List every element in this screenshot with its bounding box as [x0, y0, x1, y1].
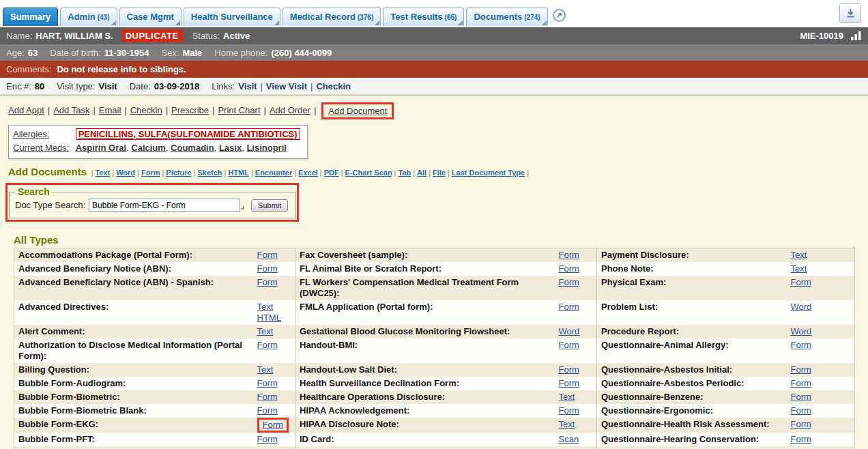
doc-link-html[interactable]: HTML: [257, 313, 281, 323]
popout-icon[interactable]: ↗: [553, 9, 566, 22]
doc-link-form[interactable]: Form: [257, 392, 278, 402]
download-button[interactable]: [839, 3, 861, 23]
chart-icon[interactable]: [850, 31, 862, 41]
separator: |: [429, 169, 431, 177]
action-add-order[interactable]: Add Order: [270, 105, 310, 115]
doc-link-word[interactable]: Word: [559, 326, 580, 336]
med-link-coumadin[interactable]: Coumadin: [171, 143, 214, 153]
doc-link-form[interactable]: Form: [559, 263, 579, 274]
tab-admin[interactable]: Admin(43): [60, 8, 117, 26]
annotation-box-search: Search Doc Type Search: Submit: [5, 183, 299, 222]
doc-link-form[interactable]: Form: [559, 405, 579, 416]
action-checkin[interactable]: Checkin: [130, 105, 162, 115]
med-link-lisinopril[interactable]: Lisinopril: [246, 143, 287, 153]
doc-type-link-file[interactable]: File: [433, 169, 446, 177]
doc-link-form[interactable]: Form: [559, 340, 579, 350]
doc-link-cell: Form: [253, 248, 295, 263]
doc-link-cell: Form: [253, 390, 295, 404]
doc-type-link-tab[interactable]: Tab: [398, 169, 411, 177]
doc-type-search-input[interactable]: [89, 199, 240, 212]
doc-link-form[interactable]: Form: [559, 364, 579, 375]
doc-link-form[interactable]: Form: [559, 302, 579, 312]
doc-link-form[interactable]: Form: [559, 378, 579, 388]
doc-link-form[interactable]: Form: [791, 378, 811, 388]
tab-dropdown-caret-icon[interactable]: [375, 20, 379, 25]
doc-link-form[interactable]: Form: [257, 263, 278, 274]
tab-dropdown-caret-icon[interactable]: [542, 20, 547, 25]
doc-link-form[interactable]: Form: [257, 378, 278, 388]
doc-link-text[interactable]: Text: [791, 263, 807, 274]
tab-dropdown-caret-icon[interactable]: [111, 20, 116, 25]
doc-link-form[interactable]: Form: [791, 277, 811, 287]
doc-link-text[interactable]: Text: [559, 392, 575, 402]
doc-type-link-html[interactable]: HTML: [228, 169, 249, 177]
tab-label: Medical Record: [290, 12, 356, 22]
doc-type-link-encounter[interactable]: Encounter: [255, 169, 292, 177]
doc-type-link-all[interactable]: All: [417, 169, 426, 177]
tab-summary[interactable]: Summary: [3, 8, 58, 26]
doc-type-link-sketch[interactable]: Sketch: [197, 169, 222, 177]
doc-type-link-form[interactable]: Form: [141, 169, 160, 177]
tab-dropdown-caret-icon[interactable]: [175, 20, 180, 25]
doc-type-label: Problem List:: [597, 300, 787, 325]
allergies-link[interactable]: Allergies:: [13, 128, 73, 141]
doc-type-link-excel[interactable]: Excel: [298, 169, 318, 177]
doc-link-text[interactable]: Text: [257, 302, 274, 312]
doc-type-link-picture[interactable]: Picture: [166, 169, 191, 177]
encounter-link-checkin[interactable]: Checkin: [316, 81, 351, 91]
tab-health-surveillance[interactable]: Health Surveillance: [184, 8, 280, 26]
tab-documents[interactable]: Documents(274): [466, 8, 547, 26]
doc-type-link-word[interactable]: Word: [116, 169, 135, 177]
doc-link-form[interactable]: Form: [791, 364, 811, 375]
submit-button[interactable]: Submit: [251, 199, 288, 212]
tab-dropdown-caret-icon[interactable]: [458, 20, 463, 25]
doc-link-text[interactable]: Text: [257, 326, 274, 336]
doc-link-form[interactable]: Form: [257, 340, 278, 350]
doc-link-text[interactable]: Text: [791, 250, 807, 260]
action-print-chart[interactable]: Print Chart: [218, 105, 260, 115]
tab-medical-record[interactable]: Medical Record(376): [283, 8, 381, 26]
patient-mrn: MIE-10019: [800, 31, 843, 41]
action-add-document[interactable]: Add Document: [328, 106, 387, 116]
action-add-task[interactable]: Add Task: [53, 105, 89, 115]
doc-link-form[interactable]: Form: [791, 419, 811, 429]
doc-link-word[interactable]: Word: [791, 302, 812, 312]
tab-label: Summary: [10, 12, 50, 22]
doc-type-link-e-chart-scan[interactable]: E-Chart Scan: [345, 169, 392, 177]
doc-link-form[interactable]: Form: [257, 250, 278, 260]
doc-type-link-pdf[interactable]: PDF: [324, 169, 339, 177]
med-link-lasix[interactable]: Lasix: [219, 143, 242, 153]
allergy-value-link[interactable]: PENICILLINS, SULFA(SULFONAMIDE ANTIBIOTI…: [76, 128, 300, 140]
encounter-link-visit[interactable]: Visit: [238, 81, 257, 91]
tab-count: (274): [524, 14, 540, 21]
doc-link-text[interactable]: Text: [257, 364, 274, 375]
doc-link-form[interactable]: Form: [257, 434, 278, 444]
action-add-appt[interactable]: Add Appt: [8, 105, 44, 115]
med-link-aspirin-oral[interactable]: Aspirin Oral: [76, 143, 126, 153]
doc-link-text[interactable]: Text: [559, 419, 575, 429]
tab-test-results[interactable]: Test Results(65): [383, 8, 464, 26]
doc-link-form[interactable]: Form: [791, 392, 811, 402]
doc-link-form[interactable]: Form: [559, 277, 579, 287]
action-prescribe[interactable]: Prescribe: [171, 105, 209, 115]
doc-link-form[interactable]: Form: [791, 434, 811, 444]
doc-link-form[interactable]: Form: [263, 420, 283, 430]
doc-link-form[interactable]: Form: [791, 340, 811, 350]
doc-link-form[interactable]: Form: [257, 277, 278, 287]
doc-link-form[interactable]: Form: [559, 250, 579, 260]
encounter-link-view-visit[interactable]: View Visit: [266, 81, 307, 91]
tab-case-mgmt[interactable]: Case Mgmt: [119, 8, 182, 26]
doc-type-link-text[interactable]: Text: [96, 169, 111, 177]
doc-link-cell: Form: [555, 276, 597, 300]
med-link-calcium[interactable]: Calcium: [131, 143, 166, 153]
doc-link-word[interactable]: Word: [791, 326, 812, 336]
doc-link-form[interactable]: Form: [791, 405, 811, 416]
current-meds-link[interactable]: Current Meds:: [13, 141, 73, 155]
doc-link-scan[interactable]: Scan: [559, 434, 579, 444]
doc-type-label: Questionnaire-Benzene:: [597, 390, 787, 404]
tab-bar: SummaryAdmin(43)Case MgmtHealth Surveill…: [0, 0, 868, 27]
tab-dropdown-caret-icon[interactable]: [274, 20, 279, 25]
doc-type-link-last-document-type[interactable]: Last Document Type: [452, 169, 525, 177]
action-email[interactable]: Email: [99, 105, 121, 115]
doc-link-form[interactable]: Form: [257, 405, 278, 416]
